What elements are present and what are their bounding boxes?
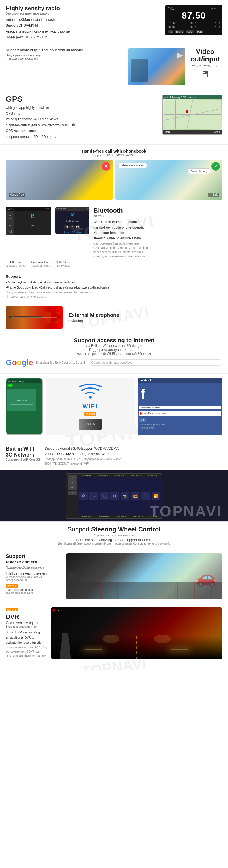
camera-support: Support (6, 553, 63, 559)
vk-row: VK https://vk.com/topic?act=mod (138, 417, 222, 426)
video-text: Support Video output and input from all … (6, 48, 125, 60)
internet-section: Support accessing to internet via Built-… (0, 333, 228, 374)
google-search-bar[interactable]: Google search for... good bye (88, 360, 223, 366)
svg-point-21 (154, 634, 171, 643)
radio-time: 15 11 11 (210, 7, 220, 10)
video-sub-ru: видеовыход в ход (188, 63, 222, 67)
steering-screen-section: ⌂ ☰ 🔍 ◁ RESERVE RESERVE RESERVE RESERVE … (0, 470, 228, 522)
internet-title: Support accessing to internet (6, 337, 222, 344)
microphone-section: TOPNAVI → External Microphone including (0, 302, 228, 333)
radio-feature1: Automatic&Manual station srach (6, 18, 55, 22)
bt-handsfree-img-left: ✕ Hands-free (6, 160, 113, 200)
wifi-on-toggle: ON (7, 384, 41, 386)
steer-top-bar: RESERVE RESERVE RESERVE RESERVE RESERVE (78, 474, 162, 477)
sidebar-icon-home[interactable]: ⌂ (9, 212, 11, 217)
bt-label-3: 3 BT MusicBT Музыка (56, 261, 71, 267)
wifi3g-desc: Support external 3G/4G(support WCDMA/CDM… (45, 446, 222, 457)
wifi-big-label: WiFi (48, 403, 132, 410)
bt-play-btn[interactable]: ▶ (70, 224, 75, 229)
gps-map-body (163, 99, 222, 131)
radio-text: Highly sensity radio Высокочувствительно… (6, 5, 160, 40)
gps-map-display: Autodetecting GPS receiver.. Menu Speed (162, 95, 222, 134)
google-search-text: Google search for... good bye (91, 361, 132, 364)
radio-freq-row1: 87.50 106.10 87.50 (167, 22, 220, 25)
steering-screen: ⌂ ☰ 🔍 ◁ RESERVE RESERVE RESERVE RESERVE … (66, 473, 162, 519)
svg-text:TOPNAVI: TOPNAVI (17, 399, 27, 402)
bt-next-btn[interactable]: ▶▶ (76, 224, 80, 229)
youtube-label: YouTube (144, 412, 154, 414)
mic-subtitle: including (68, 318, 119, 322)
vk-badge: VK (139, 418, 146, 422)
mic-svg (6, 306, 63, 329)
steer-btn-search[interactable]: 🔍 (68, 486, 77, 490)
support-item-1: •Digital keyboard dialing •Calls automat… (6, 280, 222, 285)
camera-rear-ru: задняя камера (опция) (6, 591, 63, 594)
wifi-phone-box: Personal Hotspot ON TOPNAVI (6, 378, 43, 435)
speech-bubble1: I' m on the way! (188, 168, 211, 174)
camera-title: reverse camera (6, 559, 63, 564)
sidebar-icon-search[interactable]: ⌕ (9, 223, 11, 228)
internet-subtitle: via Built-in Wifi or external 3G dongle (6, 344, 222, 348)
vk-url: https://vk.com/topic?act=mod (139, 424, 221, 426)
bt-handsfree-images: ✕ Hands-free ✓ I' m on the way! Where ar… (6, 160, 222, 200)
svg-text:REC: REC (57, 610, 62, 612)
video-thumbnail: ▶ (128, 48, 185, 85)
radio-freq-row2: 90.10 106.10 87.50 (167, 26, 220, 29)
bt-desc-ru: с встроенным Bluetooth, включите бесплат… (93, 241, 222, 258)
bt-handsfree-sub: Support HSP,HFP,A2DP,AVRCP (6, 153, 222, 157)
video-title-ru: Поддержка вывода видео и ввода всех моде… (6, 54, 125, 60)
dvr-row: optional DVR Car recorder input Вход для… (6, 608, 222, 659)
steer-icon-wifi: 📶 (152, 492, 160, 500)
video-section: Support Video output and input from all … (0, 43, 228, 90)
steer-main: RESERVE RESERVE RESERVE RESERVE RESERVE … (78, 474, 162, 518)
video-child-device (131, 59, 148, 82)
wifi3g-left: Buit-in WIFI 3G Network Встроенный WiFi … (6, 446, 40, 461)
camera-row: Support reverse camera Поддержка обратна… (6, 553, 222, 599)
gps-map-svg (164, 100, 221, 129)
bt-music-device: BT Music ▶ ᴮ Dial interface ◀ ▶ ▶▶ Suppo… (55, 207, 89, 234)
bt-desc: With Buit-in Bluetooth, enable hands-fre… (93, 219, 222, 241)
steer-btn-back[interactable]: ◁ (68, 491, 77, 495)
bt-dial-label: BT (15, 224, 50, 226)
bt-logo-icon: ᴮ (15, 212, 50, 224)
bt-handsfree-title: Hands-free call with phonebook (6, 149, 222, 153)
steer-btn-home[interactable]: ⌂ (68, 475, 77, 480)
bt-prev-btn[interactable]: ◀ (65, 224, 69, 229)
video-monitor-icon: 🖥 (188, 69, 222, 80)
bt-text: Bluetooth блютуз With Buit-in Bluetooth,… (93, 207, 222, 258)
internet-subtitle-ru2: через встроенный Wi-Fi или внешний 3G-кл… (6, 352, 222, 356)
wifi3g-desc-ru: Поддержка внешних 3G / 4G (поддержка WCD… (45, 457, 222, 466)
steer-icon-video: 📷 (120, 492, 129, 500)
camera-intelligent: Intelligent reversing system (6, 571, 63, 576)
sidebar-icon-back[interactable]: ◁ (8, 229, 12, 234)
bt-label-1: 1 BT Dialbt нажать номер (6, 261, 25, 267)
bt-check-badge: ✓ (212, 162, 220, 170)
wifi3g-title: Buit-in WIFI 3G Network (6, 446, 40, 458)
svg-point-20 (103, 634, 120, 643)
bt-dial-body: ⌂ ☰ ⌕ ◁ ᴮ BT (6, 211, 51, 235)
radio-feature1-ru2: Поддержка DRS / AM / FM (6, 35, 47, 39)
camera-optional-badge: optional (6, 583, 63, 588)
sidebar-icon-list[interactable]: ☰ (8, 218, 12, 222)
dvr-desc: Buit in DVR system.Plug an additional DV… (6, 630, 47, 645)
dvr-scene-svg: REC (51, 608, 222, 659)
bt-title: Bluetooth (93, 207, 222, 214)
bt-dial-device: 12:45 ●●● ⌂ ☰ ⌕ ◁ ᴮ BT (6, 207, 51, 235)
google-row: Google Shenzhen Top New Electronic. Co.,… (6, 358, 222, 367)
bt-handsfree-label: Hands-free (8, 193, 25, 197)
support-list: •Digital keyboard dialing •Calls automat… (6, 280, 222, 290)
bt-handsfree-ok-label: ✓ Safe (208, 193, 220, 197)
gps-section: TOPNAVI GPS with gps app highly sensitiv… (0, 90, 228, 145)
dvr-watermark-area: TOPNAVI (6, 659, 222, 670)
steering-text-section: Support Steering Wheel Control Управлени… (0, 522, 228, 550)
google-logo: Google (6, 358, 33, 367)
steer-icon-settings: ⚙ (110, 492, 119, 500)
fb-url-bar: www.facebook.com (139, 406, 221, 409)
wifi-hotspot-label: Personal Hotspot (7, 379, 41, 383)
bt-device-body: ᴮ Dial interface (55, 211, 89, 223)
wifi3g-row: Buit-in WIFI 3G Network Встроенный WiFi … (6, 446, 222, 466)
steer-btn-menu[interactable]: ☰ (68, 480, 77, 485)
steer-icon-nav: 🗺 (79, 492, 88, 500)
steer-icon-radio: 📻 (131, 492, 139, 500)
fb-youtube-row: ▶ YouTube TOPNAVi (139, 410, 221, 416)
